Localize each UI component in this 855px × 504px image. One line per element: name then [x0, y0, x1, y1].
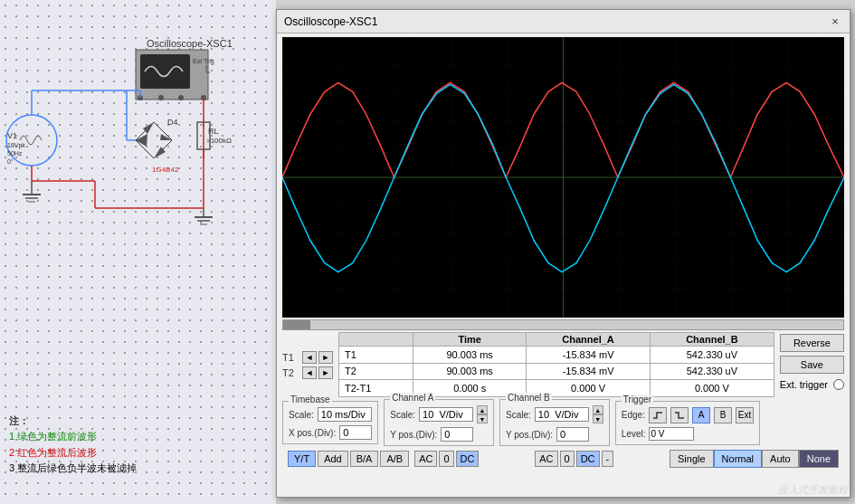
note-title: 注： — [9, 414, 137, 430]
ext-trigger-row: Ext. trigger — [780, 379, 844, 390]
cha-scale-up[interactable]: ▲ — [477, 405, 488, 414]
svg-text:Ext Trig: Ext Trig — [193, 58, 214, 65]
trigger-source-ext[interactable]: Ext — [736, 407, 754, 423]
col-header-cha: Channel_A — [527, 333, 651, 347]
timebase-label: Timebase — [289, 395, 332, 404]
t1-left-btn[interactable]: ◄ — [302, 351, 317, 364]
svg-text:>100kΩ: >100kΩ — [206, 137, 232, 145]
cha-dc-btn[interactable]: DC — [456, 451, 480, 467]
chb-minus-btn[interactable]: - — [602, 451, 614, 467]
display-mode-group: Y/T Add B/A A/B — [288, 451, 409, 467]
col-header-time: Time — [413, 333, 527, 347]
cha-ac-btn[interactable]: AC — [414, 451, 437, 467]
col-header-empty — [339, 333, 413, 347]
chb-scale-input[interactable] — [535, 407, 589, 422]
t1-right-btn[interactable]: ► — [318, 351, 333, 364]
chb-zero-btn[interactable]: 0 — [560, 451, 575, 467]
ab-button[interactable]: A/B — [380, 451, 409, 467]
timebase-scale-input[interactable] — [318, 407, 372, 422]
oscilloscope-window: Oscilloscope-XSC1 × — [276, 9, 850, 498]
meas-cell-1-2: -15.834 mV — [527, 363, 651, 380]
title-bar: Oscilloscope-XSC1 × — [277, 10, 850, 33]
save-button[interactable]: Save — [780, 356, 844, 374]
chb-coupling-group: AC 0 DC - — [535, 451, 613, 467]
none-button[interactable]: None — [799, 450, 839, 468]
yt-button[interactable]: Y/T — [288, 451, 316, 467]
svg-text:V1: V1 — [7, 131, 17, 140]
trigger-group: Trigger Edge: A B Ext Level: — [615, 401, 760, 445]
timebase-xpos-input[interactable] — [339, 425, 372, 440]
meas-cell-1-0: T2 — [339, 363, 413, 380]
normal-button[interactable]: Normal — [714, 450, 762, 468]
add-button[interactable]: Add — [318, 451, 348, 467]
chb-ypos-field: Y pos.(Div): — [506, 427, 603, 442]
chb-dc-btn[interactable]: DC — [576, 451, 600, 467]
edge-rising-btn[interactable] — [649, 407, 667, 423]
t1-label: T1 — [282, 352, 300, 363]
svg-text:D4: D4 — [167, 118, 178, 127]
svg-point-6 — [158, 95, 164, 100]
cha-scale-down[interactable]: ▼ — [477, 414, 488, 423]
edge-falling-btn[interactable] — [670, 407, 689, 423]
trigger-level-input[interactable] — [649, 427, 694, 441]
svg-marker-23 — [143, 122, 154, 134]
cursor-controls: T1 ◄ ► T2 ◄ ► — [282, 332, 333, 397]
ext-trigger-radio[interactable] — [833, 379, 844, 390]
meas-cell-0-0: T1 — [339, 347, 413, 364]
trigger-edge-field: Edge: A B Ext — [622, 407, 754, 423]
note-line1: 1 绿色为整流前波形 — [9, 429, 137, 445]
meas-cell-0-2: -15.834 mV — [527, 347, 651, 364]
oscilloscope-screen — [282, 37, 844, 318]
channel-b-group: Channel B Scale: ▲ ▼ Y pos.(Div): — [499, 399, 610, 446]
trigger-source-a[interactable]: A — [692, 407, 710, 423]
cha-ypos-field: Y pos.(Div): — [390, 427, 488, 442]
timebase-xpos-field: X pos.(Div): — [289, 425, 372, 440]
channel-a-label: Channel A — [390, 393, 435, 403]
channel-a-group: Channel A Scale: ▲ ▼ Y pos.(Div): — [384, 399, 494, 446]
trigger-source-b[interactable]: B — [714, 407, 732, 423]
t2-right-btn[interactable]: ► — [318, 366, 333, 379]
window-title: Oscilloscope-XSC1 — [284, 15, 377, 28]
timebase-scale-field: Scale: — [289, 407, 372, 422]
cha-ypos-input[interactable] — [441, 427, 473, 442]
close-button[interactable]: × — [828, 14, 842, 29]
trigger-level-field: Level: — [622, 427, 754, 441]
waveform-display — [282, 37, 844, 318]
cha-ypos-label: Y pos.(Div): — [390, 430, 437, 440]
cha-coupling-group: AC 0 DC — [414, 451, 479, 467]
horizontal-scrollbar[interactable] — [282, 319, 844, 330]
timebase-scale-label: Scale: — [289, 410, 314, 420]
cha-scale-input[interactable] — [419, 407, 473, 422]
controls-row-1: Timebase Scale: X pos.(Div): Channel A S… — [282, 399, 844, 446]
chb-scale-up[interactable]: ▲ — [593, 405, 603, 414]
chb-ypos-input[interactable] — [556, 427, 589, 442]
svg-point-15 — [6, 115, 57, 166]
chb-scale-label: Scale: — [506, 410, 531, 420]
cha-scale-label: Scale: — [390, 410, 415, 420]
svg-text:50Hz: 50Hz — [7, 150, 23, 157]
chb-scale-down[interactable]: ▼ — [593, 414, 603, 423]
reverse-button[interactable]: Reverse — [780, 334, 844, 352]
trigger-level-label: Level: — [622, 429, 646, 439]
svg-text:RL: RL — [208, 127, 219, 136]
chb-scale-field: Scale: ▲ ▼ — [506, 405, 603, 423]
trigger-mode-group: Single Normal Auto None — [670, 450, 839, 468]
timebase-xpos-label: X pos.(Div): — [289, 428, 336, 438]
auto-button[interactable]: Auto — [762, 450, 799, 468]
t2-left-btn[interactable]: ◄ — [302, 366, 317, 379]
scroll-thumb[interactable] — [283, 320, 310, 329]
svg-text:0°: 0° — [7, 158, 14, 165]
right-buttons: Reverse Save Ext. trigger — [780, 332, 844, 397]
timebase-group: Timebase Scale: X pos.(Div): — [282, 401, 378, 444]
chb-scale-spinner: ▲ ▼ — [593, 405, 603, 423]
bottom-row: Y/T Add B/A A/B AC 0 DC AC 0 DC - — [288, 450, 839, 468]
cha-zero-btn[interactable]: 0 — [439, 451, 453, 467]
meas-row-0: T190.003 ms-15.834 mV542.330 uV — [339, 347, 774, 364]
t2-label: T2 — [282, 367, 300, 378]
meas-cell-1-1: 90.003 ms — [413, 363, 527, 380]
t2-cursor-row: T2 ◄ ► — [282, 366, 333, 379]
chb-ac-btn[interactable]: AC — [535, 451, 557, 467]
single-button[interactable]: Single — [670, 450, 714, 468]
meas-cell-0-1: 90.003 ms — [413, 347, 527, 364]
ba-button[interactable]: B/A — [350, 451, 379, 467]
